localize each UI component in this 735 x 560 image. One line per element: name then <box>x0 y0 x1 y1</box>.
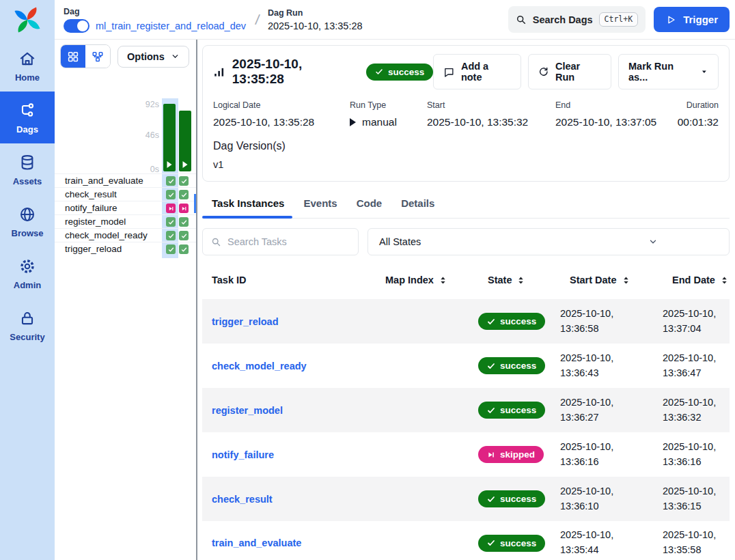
task-id-link[interactable]: check_result <box>212 494 273 505</box>
run-title: 2025-10-10, 13:35:28 <box>232 57 356 87</box>
task-id-link[interactable]: check_model_ready <box>212 361 307 372</box>
task-instance-square-skipped[interactable] <box>179 204 189 213</box>
task-id-link[interactable]: trigger_reload <box>212 316 279 327</box>
grid-task-row: trigger_reload <box>55 242 196 255</box>
task-id-link[interactable]: train_and_evaluate <box>212 537 301 548</box>
grid-view-button[interactable] <box>61 45 85 68</box>
grid-task-label: check_result <box>65 189 117 199</box>
dag-pause-toggle[interactable] <box>64 19 89 33</box>
table-row: trigger_reloadsuccess2025-10-10,13:36:58… <box>202 299 730 344</box>
table-row: check_model_readysuccess2025-10-10,13:36… <box>202 344 730 388</box>
sidebar-item-dags[interactable]: Dags <box>0 92 55 143</box>
tab-code[interactable]: Code <box>347 191 392 218</box>
task-state-text: skipped <box>500 449 535 460</box>
sidebar-item-assets[interactable]: Assets <box>0 143 55 195</box>
tab-events[interactable]: Events <box>294 191 346 218</box>
panel-scrollbar-thumb[interactable] <box>194 194 196 213</box>
state-filter-value: All States <box>379 236 421 247</box>
dag-run-value: 2025-10-10, 13:35:28 <box>268 20 363 31</box>
grid-task-label: notify_failure <box>65 203 117 213</box>
caret-down-icon <box>700 68 708 76</box>
task-instance-square-success[interactable] <box>179 231 189 240</box>
end-date-cell: 2025-10-10,13:35:58 <box>663 528 730 558</box>
state-filter-select[interactable]: All States <box>368 228 730 255</box>
sidebar-item-label: Dags <box>16 124 38 135</box>
airflow-pinwheel-icon <box>12 5 42 35</box>
top-bar: Dag ml_train_register_and_reload_dev / D… <box>55 0 735 40</box>
sort-icon <box>517 276 525 285</box>
options-button[interactable]: Options <box>117 46 189 68</box>
airflow-logo[interactable] <box>0 0 55 40</box>
task-instance-square-success[interactable] <box>166 217 176 227</box>
task-instance-square-success[interactable] <box>179 190 189 199</box>
active-tab-underline <box>202 216 292 219</box>
run-status-text: success <box>388 67 424 77</box>
end-date-cell: 2025-10-10,13:37:04 <box>663 307 730 337</box>
sidebar-item-security[interactable]: Security <box>0 299 55 351</box>
col-state[interactable]: State <box>478 275 560 285</box>
task-id-link[interactable]: notify_failure <box>212 449 274 460</box>
task-instance-square-success[interactable] <box>166 231 176 240</box>
search-dags-button[interactable]: Search Dags Ctrl+K <box>508 6 646 33</box>
options-label: Options <box>127 51 165 62</box>
sidebar-item-home[interactable]: Home <box>0 40 55 92</box>
run-detail-card: 2025-10-10, 13:35:28 success Add a note <box>202 45 730 182</box>
end-date-cell: 2025-10-10,13:36:32 <box>663 395 730 425</box>
task-instance-square-success[interactable] <box>179 176 189 186</box>
search-icon <box>516 14 527 25</box>
dag-run-bar[interactable] <box>163 104 176 171</box>
chevron-down-icon <box>648 237 658 247</box>
task-instance-square-success[interactable] <box>166 176 176 186</box>
task-id-link[interactable]: register_model <box>212 405 283 416</box>
sidebar-item-label: Browse <box>12 228 44 238</box>
assets-icon <box>18 154 36 171</box>
col-map-index[interactable]: Map Index <box>376 275 478 285</box>
task-instance-square-success[interactable] <box>166 190 176 199</box>
sidebar-item-browse[interactable]: Browse <box>0 195 55 247</box>
col-end-date[interactable]: End Date <box>663 275 730 285</box>
sidebar-item-label: Home <box>15 72 40 83</box>
end-date-cell: 2025-10-10,13:36:16 <box>663 440 730 470</box>
tab-task-instances[interactable]: Task Instances <box>202 191 294 218</box>
dag-run-bar[interactable] <box>179 111 191 171</box>
task-instance-square-success[interactable] <box>179 217 189 227</box>
sidebar-item-label: Admin <box>14 280 41 290</box>
admin-icon <box>18 257 36 275</box>
task-instances-table: Task ID Map Index State Start Date E <box>202 262 730 560</box>
mark-run-as-button[interactable]: Mark Run as... <box>618 54 719 89</box>
meta-run-type: Run Type manual <box>350 100 427 128</box>
tab-details[interactable]: Details <box>391 191 444 218</box>
meta-duration: Duration 00:01:32 <box>678 100 719 128</box>
breadcrumb-dag: Dag ml_train_register_and_reload_dev <box>64 7 246 33</box>
table-row: train_and_evaluatesuccess2025-10-10,13:3… <box>202 521 730 560</box>
sidebar-item-label: Assets <box>13 176 42 186</box>
search-tasks-input[interactable]: Search Tasks <box>202 228 359 255</box>
task-instance-square-success[interactable] <box>179 244 189 254</box>
sort-icon <box>721 276 728 285</box>
clear-run-button[interactable]: Clear Run <box>528 54 611 89</box>
grid-task-row: check_model_ready <box>55 228 196 242</box>
dag-run-label: Dag Run <box>268 8 363 18</box>
duration-axis-tick: 46s <box>55 130 159 140</box>
task-instance-square-success[interactable] <box>166 244 176 254</box>
dag-name-link[interactable]: ml_train_register_and_reload_dev <box>96 20 246 31</box>
grid-task-label: train_and_evaluate <box>65 176 143 186</box>
task-state-badge: success <box>478 402 545 419</box>
search-icon <box>211 237 221 247</box>
table-row: register_modelsuccess2025-10-10,13:36:27… <box>202 388 730 432</box>
add-note-button[interactable]: Add a note <box>433 54 521 89</box>
meta-end: End 2025-10-10, 13:37:05 <box>555 100 678 128</box>
manual-run-icon <box>350 118 356 126</box>
sidebar-item-admin[interactable]: Admin <box>0 247 55 299</box>
search-shortcut-chip: Ctrl+K <box>599 12 639 27</box>
table-header: Task ID Map Index State Start Date E <box>202 262 730 299</box>
col-start-date[interactable]: Start Date <box>560 275 663 285</box>
dags-icon <box>18 102 36 120</box>
graph-view-button[interactable] <box>85 45 110 68</box>
trigger-button[interactable]: Trigger <box>654 7 730 32</box>
sidebar: HomeDagsAssetsBrowseAdminSecurity <box>0 0 55 560</box>
graph-icon <box>92 51 104 63</box>
task-state-text: success <box>500 494 536 504</box>
duration-axis-tick: 92s <box>55 100 159 109</box>
task-instance-square-skipped[interactable] <box>166 204 176 213</box>
